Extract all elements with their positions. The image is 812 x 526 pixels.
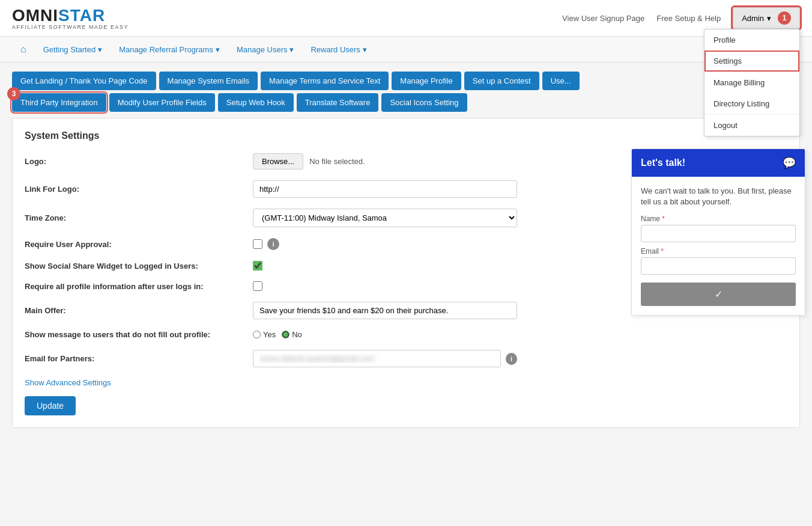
radio-yes[interactable] — [253, 331, 261, 338]
tab-row-1: Get Landing / Thank You Page Code Manage… — [12, 72, 800, 90]
main-navbar: ⌂ Getting Started ▾ Manage Referral Prog… — [0, 37, 812, 63]
require-profile-checkbox[interactable] — [253, 281, 262, 291]
tab-get-landing[interactable]: Get Landing / Thank You Page Code — [12, 72, 156, 90]
third-party-badge-container: 3 Third Party Integration — [12, 93, 106, 112]
chat-email-input[interactable] — [641, 257, 796, 275]
main-offer-control — [253, 302, 517, 319]
chat-name-input[interactable] — [641, 225, 796, 242]
require-profile-control — [253, 281, 517, 291]
update-button[interactable]: Update — [25, 396, 76, 415]
radio-yes-item: Yes — [253, 330, 276, 339]
dropdown-item-directory[interactable]: Directory Listing — [704, 93, 799, 114]
link-for-logo-input[interactable] — [253, 180, 517, 198]
logo: OMNISTAR AFFILIATE SOFTWARE MADE EASY — [12, 6, 129, 30]
nav-reward-users: Reward Users ▾ — [302, 38, 375, 61]
tab-third-party-integration[interactable]: Third Party Integration — [12, 93, 106, 112]
require-approval-checkbox-area: i — [253, 238, 517, 250]
logo-tagline: AFFILIATE SOFTWARE MADE EASY — [12, 24, 129, 30]
settings-title: System Settings — [25, 130, 787, 141]
settings-panel: System Settings Logo: Browse... No file … — [12, 118, 800, 428]
tab-modify-user-profile[interactable]: Modify User Profile Fields — [109, 93, 215, 112]
require-profile-label: Require all profile information after us… — [25, 282, 253, 291]
badge-3: 3 — [7, 87, 20, 100]
home-icon[interactable]: ⌂ — [12, 37, 35, 62]
tab-social-icons[interactable]: Social Icons Setting — [381, 93, 467, 112]
dropdown-item-logout[interactable]: Logout — [704, 115, 799, 136]
logo-label: Logo: — [25, 157, 253, 166]
require-approval-info-icon[interactable]: i — [267, 238, 279, 250]
show-message-label: Show message to users that do not fill o… — [25, 330, 253, 339]
view-user-signup-link[interactable]: View User Signup Page — [562, 14, 644, 23]
email-partners-label: Email for Partners: — [25, 354, 253, 363]
show-advanced-settings-link[interactable]: Show Advanced Settings — [25, 378, 787, 387]
timezone-label: Time Zone: — [25, 213, 253, 222]
file-input-area: Browse... No file selected. — [253, 153, 517, 170]
header: OMNISTAR AFFILIATE SOFTWARE MADE EASY Vi… — [0, 0, 812, 37]
radio-no-item: No — [282, 330, 302, 339]
no-label: No — [292, 330, 302, 339]
chat-name-label: Name * — [641, 215, 796, 223]
logo-omni: OMNI — [12, 6, 58, 25]
free-setup-help-link[interactable]: Free Setup & Help — [656, 14, 721, 23]
chat-header-label: Let's talk! — [641, 157, 685, 168]
yes-label: Yes — [263, 330, 276, 339]
main-offer-label: Main Offer: — [25, 306, 253, 315]
show-message-control: Yes No — [253, 330, 517, 339]
content-area: Get Landing / Thank You Page Code Manage… — [0, 63, 812, 437]
tab-use[interactable]: Use... — [542, 72, 580, 90]
social-share-checkbox-area — [253, 261, 517, 271]
main-offer-input[interactable] — [253, 302, 517, 319]
admin-button[interactable]: Admin ▾ 1 — [733, 7, 800, 29]
nav-manage-users: Manage Users ▾ — [228, 38, 303, 61]
radio-no[interactable] — [282, 331, 289, 338]
chat-header: Let's talk! 💬 — [632, 149, 805, 177]
chat-description: We can't wait to talk to you. But first,… — [641, 186, 796, 207]
browse-button[interactable]: Browse... — [253, 153, 303, 170]
timezone-control: (GMT-11:00) Midway Island, Samoa (GMT-10… — [253, 209, 517, 227]
tab-manage-terms[interactable]: Manage Terms and Service Text — [261, 72, 389, 90]
email-partners-row: Email for Partners: i — [25, 350, 787, 367]
dropdown-item-settings[interactable]: Settings — [704, 50, 799, 72]
logo-control: Browse... No file selected. — [253, 153, 517, 170]
tab-setup-webhook[interactable]: Setup Web Hook — [218, 93, 294, 112]
link-for-logo-control — [253, 180, 517, 198]
require-profile-checkbox-area — [253, 281, 517, 291]
show-message-row: Show message to users that do not fill o… — [25, 330, 787, 339]
require-approval-label: Require User Approval: — [25, 240, 253, 249]
social-share-label: Show Social Share Widget to Logged in Us… — [25, 261, 253, 271]
chat-icon: 💬 — [783, 156, 796, 170]
social-share-control — [253, 261, 517, 271]
nav-manage-referral: Manage Referral Programs ▾ — [111, 38, 228, 61]
tab-setup-contest[interactable]: Set up a Contest — [464, 72, 539, 90]
link-for-logo-label: Link For Logo: — [25, 185, 253, 194]
chat-email-field: Email * — [641, 247, 796, 275]
nav-getting-started: Getting Started ▾ — [35, 38, 111, 61]
email-required: * — [661, 247, 664, 255]
email-partners-control: i — [253, 350, 517, 367]
show-message-radio-group: Yes No — [253, 330, 517, 339]
name-required: * — [662, 215, 665, 223]
chat-email-label: Email * — [641, 247, 796, 255]
tab-manage-system-emails[interactable]: Manage System Emails — [159, 72, 258, 90]
require-approval-checkbox[interactable] — [253, 239, 262, 249]
dropdown-item-billing[interactable]: Manage Billing — [704, 72, 799, 93]
no-file-label: No file selected. — [309, 157, 365, 166]
timezone-select[interactable]: (GMT-11:00) Midway Island, Samoa (GMT-10… — [253, 209, 517, 227]
social-share-checkbox[interactable] — [253, 261, 262, 271]
chat-body: We can't wait to talk to you. But first,… — [632, 177, 805, 315]
admin-dropdown-container: Admin ▾ 1 Profile Settings Manage Billin… — [733, 7, 800, 29]
dropdown-item-profile[interactable]: Profile — [704, 29, 799, 50]
chat-name-field: Name * — [641, 215, 796, 242]
admin-badge-1: 1 — [778, 11, 791, 25]
logo-star: STAR — [58, 6, 105, 25]
admin-dropdown-menu: Profile Settings Manage Billing Director… — [704, 29, 800, 136]
header-nav: View User Signup Page Free Setup & Help … — [562, 7, 800, 29]
email-partners-input[interactable] — [253, 350, 501, 367]
chat-widget: Let's talk! 💬 We can't wait to talk to y… — [631, 148, 805, 316]
tab-row-2: 3 Third Party Integration Modify User Pr… — [12, 93, 800, 112]
tab-translate-software[interactable]: Translate Software — [297, 93, 379, 112]
require-approval-control: i — [253, 238, 517, 250]
tab-manage-profile[interactable]: Manage Profile — [392, 72, 461, 90]
chat-submit-button[interactable]: ✓ — [641, 283, 796, 306]
email-partners-info-icon[interactable]: i — [506, 353, 517, 365]
